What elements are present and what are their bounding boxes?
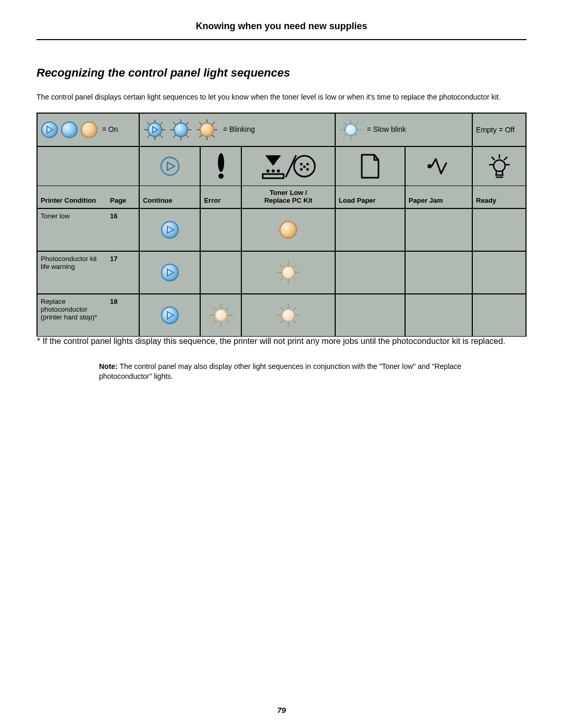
svg-point-43 — [218, 153, 224, 172]
svg-line-85 — [213, 320, 216, 324]
svg-point-52 — [307, 163, 309, 165]
on-blue-icon — [161, 263, 179, 282]
svg-line-94 — [280, 320, 283, 324]
svg-point-31 — [200, 123, 214, 137]
blink-orange-icon — [276, 260, 301, 285]
svg-point-53 — [300, 168, 303, 170]
svg-line-9 — [160, 135, 163, 138]
col-toner: Toner Low /Replace PC Kit — [241, 186, 335, 208]
legend-row: = On — [37, 113, 526, 146]
blink-icon — [143, 119, 167, 141]
svg-point-63 — [162, 221, 178, 238]
svg-point-51 — [300, 163, 303, 165]
svg-point-12 — [148, 123, 162, 137]
page-header: Knowing when you need new supplies — [36, 21, 527, 40]
note-text: The control panel may also display other… — [99, 362, 461, 380]
svg-line-60 — [504, 157, 507, 160]
footnote-text: * If the control panel lights display th… — [37, 336, 526, 346]
svg-line-30 — [212, 122, 215, 125]
svg-line-73 — [293, 278, 297, 281]
col-continue: Continue — [139, 186, 200, 208]
svg-line-74 — [280, 278, 283, 281]
toner-cell — [241, 208, 335, 251]
page-cell: 17 — [107, 251, 139, 294]
table-row: Toner low 16 — [37, 208, 526, 251]
blink-icon — [169, 119, 193, 141]
svg-point-96 — [282, 309, 295, 322]
svg-line-39 — [356, 122, 358, 125]
legend-blink-label: = Blinking — [223, 125, 255, 133]
continue-cell — [139, 208, 200, 251]
table-row: Photoconductor kit life warning 17 — [37, 251, 526, 294]
svg-line-18 — [173, 122, 176, 125]
toner-icon — [260, 153, 317, 179]
svg-marker-42 — [167, 162, 175, 170]
blink-icon — [195, 119, 219, 141]
on-icon — [60, 121, 78, 139]
column-header-row: Printer Condition Page Continue Error To… — [37, 186, 526, 208]
slowblink-icon — [339, 119, 363, 141]
legend-empty-label: Empty = Off — [472, 113, 526, 146]
svg-line-21 — [186, 122, 189, 125]
col-condition: Printer Condition — [37, 186, 107, 208]
condition-cell: Photoconductor kit life warning — [37, 251, 107, 294]
svg-line-38 — [344, 134, 346, 137]
on-icon — [80, 121, 98, 139]
footnote-row: * If the control panel lights display th… — [37, 336, 526, 346]
paper-jam-icon — [425, 156, 451, 177]
svg-line-72 — [280, 264, 283, 267]
col-ready: Ready — [472, 186, 526, 208]
note-label: Note: — [99, 362, 118, 371]
load-paper-icon — [359, 153, 382, 180]
condition-cell: Toner low — [37, 208, 107, 251]
svg-point-44 — [218, 174, 224, 179]
svg-point-55 — [303, 165, 306, 168]
svg-point-87 — [215, 309, 227, 322]
svg-point-40 — [345, 124, 357, 135]
svg-point-76 — [282, 266, 295, 279]
table-row: Replace photoconductor (printer hard sto… — [37, 294, 526, 337]
svg-point-3 — [81, 122, 97, 138]
svg-line-19 — [186, 135, 189, 138]
svg-line-84 — [226, 320, 229, 324]
svg-line-20 — [173, 135, 176, 138]
svg-point-54 — [307, 168, 309, 170]
condition-cell: Replace photoconductor (printer hard sto… — [37, 294, 107, 337]
svg-line-27 — [199, 122, 202, 125]
section-title: Recognizing the control panel light sequ… — [36, 66, 527, 80]
ready-icon — [488, 153, 511, 179]
svg-line-10 — [147, 135, 150, 138]
continue-icon — [160, 156, 180, 177]
svg-line-8 — [147, 122, 150, 125]
col-load: Load Paper — [335, 186, 405, 208]
svg-line-28 — [212, 135, 215, 138]
col-jam: Paper Jam — [405, 186, 472, 208]
legend-slow-label: = Slow blink — [367, 125, 406, 133]
svg-line-83 — [213, 307, 216, 310]
svg-line-95 — [293, 307, 297, 310]
col-page: Page — [107, 186, 139, 208]
intro-text: The control panel displays certain light… — [36, 92, 527, 102]
error-icon — [215, 153, 227, 179]
on-blue-icon — [161, 220, 179, 239]
svg-line-61 — [492, 157, 495, 160]
svg-point-41 — [161, 157, 179, 175]
svg-point-62 — [494, 160, 505, 171]
on-icon — [41, 121, 58, 139]
svg-point-47 — [272, 169, 275, 172]
legend-on-label: = On — [102, 125, 118, 133]
column-icon-row — [37, 146, 526, 186]
blink-orange-icon — [276, 303, 301, 328]
on-orange-icon — [279, 220, 298, 239]
svg-line-86 — [226, 307, 229, 310]
svg-line-92 — [280, 307, 283, 310]
blink-orange-icon — [209, 303, 234, 328]
svg-line-29 — [199, 135, 202, 138]
svg-point-2 — [62, 122, 77, 138]
svg-line-75 — [293, 264, 297, 267]
light-sequence-table: = On — [36, 113, 527, 346]
page-cell: 16 — [107, 208, 139, 251]
svg-line-11 — [160, 122, 163, 125]
on-blue-icon — [161, 306, 179, 325]
svg-point-48 — [277, 169, 280, 172]
